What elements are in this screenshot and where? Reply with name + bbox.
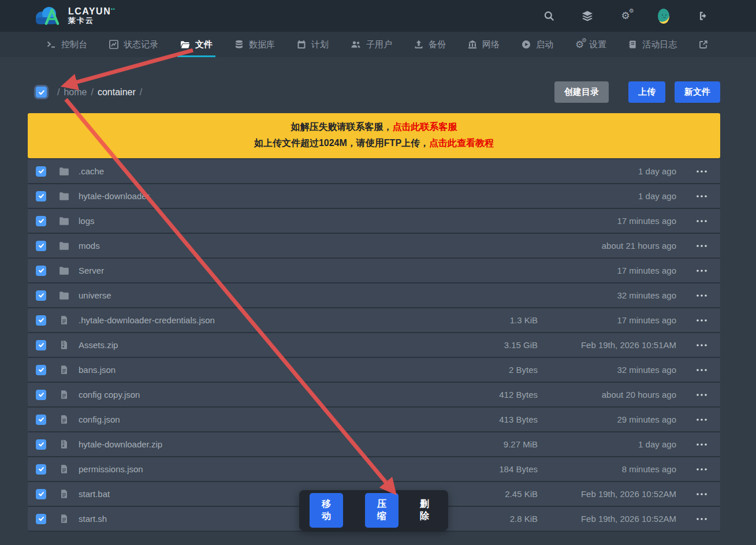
check-icon xyxy=(38,168,44,174)
file-name: mods xyxy=(79,241,451,251)
nav-tab-status[interactable]: 状态记录 xyxy=(98,32,169,57)
nav-tab-backup[interactable]: 备份 xyxy=(403,32,457,57)
row-menu-button[interactable] xyxy=(676,418,713,421)
file-text-icon xyxy=(59,514,69,524)
contact-support-link[interactable]: 点击此联系客服 xyxy=(393,122,457,132)
nav-label: 备份 xyxy=(429,39,446,50)
file-modified-time: Feb 19th, 2026 10:51AM xyxy=(538,340,676,350)
row-menu-button[interactable] xyxy=(676,492,713,496)
nav-tab-startup[interactable]: 启动 xyxy=(511,32,564,57)
file-row[interactable]: .hytale-downloader-credentials.json 1.3 … xyxy=(28,308,720,333)
file-size: 413 Bytes xyxy=(451,415,538,424)
file-modified-time: 1 day ago xyxy=(538,439,676,449)
create-directory-button[interactable]: 创建目录 xyxy=(554,81,609,103)
file-text-icon xyxy=(59,315,69,326)
file-row[interactable]: hytale-downloader.zip 9.27 MiB 1 day ago xyxy=(28,432,720,457)
row-checkbox[interactable] xyxy=(36,315,46,326)
ftp-tutorial-link[interactable]: 点击此查看教程 xyxy=(429,138,494,148)
logout-icon[interactable] xyxy=(696,10,707,22)
new-file-button[interactable]: 新文件 xyxy=(675,81,720,103)
file-row[interactable]: mods about 21 hours ago xyxy=(28,234,720,259)
file-name: Server xyxy=(79,266,451,275)
row-menu-button[interactable] xyxy=(676,393,713,397)
nav-external-link[interactable] xyxy=(688,32,719,57)
file-name: logs xyxy=(79,216,451,226)
file-row[interactable]: hytale-downloader 1 day ago xyxy=(28,184,720,209)
brand-logo[interactable]: LCAYUN▪▪ 莱卡云 xyxy=(33,5,116,27)
file-row[interactable]: Server 17 minutes ago xyxy=(28,259,720,283)
row-menu-button[interactable] xyxy=(676,244,713,248)
row-checkbox[interactable] xyxy=(36,266,46,276)
row-checkbox[interactable] xyxy=(36,216,46,226)
row-checkbox[interactable] xyxy=(36,514,46,524)
row-checkbox[interactable] xyxy=(36,390,46,400)
gears-icon[interactable]: ⚙⚙ xyxy=(620,10,631,22)
chart-icon xyxy=(109,40,118,49)
row-menu-button[interactable] xyxy=(676,170,713,173)
file-row[interactable]: bans.json 2 Bytes 32 minutes ago xyxy=(28,358,720,383)
nav-tab-database[interactable]: 数据库 xyxy=(224,32,286,57)
ellipsis-icon xyxy=(696,170,707,173)
row-menu-button[interactable] xyxy=(676,468,713,471)
delete-button[interactable]: 删除 xyxy=(411,493,438,528)
breadcrumb-current-dir[interactable]: container xyxy=(98,87,136,98)
upload-button[interactable]: 上传 xyxy=(628,81,665,103)
check-icon xyxy=(38,516,44,522)
nav-tab-subusers[interactable]: 子用户 xyxy=(340,32,403,57)
row-checkbox[interactable] xyxy=(36,166,46,177)
file-text-icon xyxy=(59,365,69,375)
nav-label: 子用户 xyxy=(366,39,392,50)
row-checkbox[interactable] xyxy=(36,365,46,375)
file-row[interactable]: .cache 1 day ago xyxy=(28,159,720,184)
avatar-image xyxy=(658,9,669,24)
file-row[interactable]: config copy.json 412 Bytes about 20 hour… xyxy=(28,383,720,408)
ellipsis-icon xyxy=(696,294,707,297)
row-menu-button[interactable] xyxy=(676,517,713,521)
row-menu-button[interactable] xyxy=(676,195,713,198)
breadcrumb-home[interactable]: home xyxy=(64,87,87,98)
file-modified-time: 17 minutes ago xyxy=(538,216,676,226)
file-row[interactable]: Assets.zip 3.15 GiB Feb 19th, 2026 10:51… xyxy=(28,333,720,358)
ellipsis-icon xyxy=(696,219,707,223)
user-avatar[interactable] xyxy=(658,10,669,22)
file-size: 2.8 KiB xyxy=(451,514,538,524)
layers-icon[interactable] xyxy=(582,10,593,22)
external-link-icon xyxy=(699,40,708,49)
breadcrumb-separator: / xyxy=(140,87,142,98)
row-menu-button[interactable] xyxy=(676,344,713,347)
row-menu-button[interactable] xyxy=(676,294,713,297)
row-menu-button[interactable] xyxy=(676,443,713,446)
row-menu-button[interactable] xyxy=(676,319,713,322)
file-size: 3.15 GiB xyxy=(451,340,538,350)
nav-tab-files[interactable]: 文件 xyxy=(169,32,224,57)
select-all-checkbox[interactable] xyxy=(36,87,47,98)
row-menu-button[interactable] xyxy=(676,219,713,223)
nav-tab-console[interactable]: 控制台 xyxy=(36,32,98,57)
row-checkbox[interactable] xyxy=(36,340,46,350)
row-checkbox[interactable] xyxy=(36,489,46,499)
nav-tab-schedule[interactable]: 计划 xyxy=(286,32,340,57)
nav-tab-activity-log[interactable]: 活动日志 xyxy=(617,32,688,57)
file-row[interactable]: config.json 413 Bytes 29 minutes ago xyxy=(28,408,720,432)
row-checkbox[interactable] xyxy=(36,191,46,201)
gears-icon: ⚙⚙ xyxy=(575,40,584,50)
ellipsis-icon xyxy=(696,393,707,397)
file-modified-time: Feb 19th, 2026 10:52AM xyxy=(538,489,676,499)
file-row[interactable]: universe 32 minutes ago xyxy=(28,283,720,308)
nav-tab-network[interactable]: 网络 xyxy=(457,32,511,57)
file-row[interactable]: permissions.json 184 Bytes 8 minutes ago xyxy=(28,457,720,482)
file-name: permissions.json xyxy=(79,464,451,474)
row-checkbox[interactable] xyxy=(36,241,46,251)
row-menu-button[interactable] xyxy=(676,269,713,272)
row-checkbox[interactable] xyxy=(36,464,46,475)
search-icon[interactable] xyxy=(543,10,555,22)
move-button[interactable]: 移动 xyxy=(310,493,343,528)
row-checkbox[interactable] xyxy=(36,439,46,450)
row-checkbox[interactable] xyxy=(36,415,46,425)
row-checkbox[interactable] xyxy=(36,290,46,301)
folder-icon xyxy=(59,290,69,301)
row-menu-button[interactable] xyxy=(676,368,713,372)
nav-tab-settings[interactable]: ⚙⚙ 设置 xyxy=(564,32,617,57)
file-row[interactable]: logs 17 minutes ago xyxy=(28,209,720,234)
compress-button[interactable]: 压缩 xyxy=(365,493,399,528)
